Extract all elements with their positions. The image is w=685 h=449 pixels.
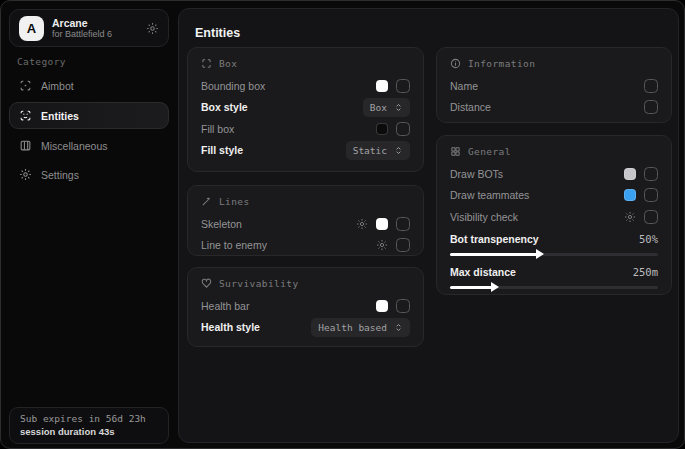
gear-icon[interactable] bbox=[146, 22, 159, 35]
app-window: A Arcane for Battlefield 6 Category bbox=[0, 0, 685, 449]
subscription-card: Sub expires in 56d 23h session duration … bbox=[9, 407, 169, 444]
card-title: Lines bbox=[219, 196, 250, 207]
main-panel: Entities Box Bounding box Box style bbox=[178, 8, 679, 443]
row-settings-gear-icon[interactable] bbox=[624, 211, 636, 223]
info-icon bbox=[450, 58, 461, 69]
max-distance-slider[interactable] bbox=[450, 286, 658, 289]
card-title: General bbox=[468, 146, 511, 157]
color-swatch[interactable] bbox=[376, 218, 388, 230]
card-survivability: Survivability Health bar Health style He… bbox=[187, 267, 424, 347]
setting-row-bounding-box: Bounding box bbox=[201, 75, 410, 97]
draw-teammates-checkbox[interactable] bbox=[644, 188, 658, 202]
row-label: Health bar bbox=[201, 300, 249, 312]
sidebar-item-label: Aimbot bbox=[41, 80, 74, 92]
color-swatch[interactable] bbox=[624, 168, 636, 180]
sidebar-item-settings[interactable]: Settings bbox=[9, 162, 169, 187]
category-label: Category bbox=[17, 56, 66, 67]
chevrons-up-down-icon bbox=[394, 323, 403, 332]
session-duration-text: session duration 43s bbox=[20, 426, 158, 437]
setting-row-box-style: Box style Box bbox=[201, 97, 410, 119]
card-box-header: Box bbox=[201, 58, 410, 69]
sidebar-item-label: Entities bbox=[41, 110, 79, 122]
card-title: Box bbox=[219, 58, 237, 69]
sidebar-nav: Aimbot Entities bbox=[9, 73, 169, 191]
box-corners-icon bbox=[201, 58, 212, 69]
setting-row-fill-box: Fill box bbox=[201, 118, 410, 140]
skeleton-checkbox[interactable] bbox=[396, 217, 410, 231]
chevrons-up-down-icon bbox=[394, 146, 403, 155]
sidebar-item-aimbot[interactable]: Aimbot bbox=[9, 73, 169, 98]
app-subtitle: for Battlefield 6 bbox=[52, 29, 138, 39]
line-to-enemy-checkbox[interactable] bbox=[396, 238, 410, 252]
row-label: Visibility check bbox=[450, 211, 518, 223]
card-title: Survivability bbox=[219, 278, 299, 289]
setting-row-draw-teammates: Draw teammates bbox=[450, 185, 658, 207]
slider-fill bbox=[450, 253, 537, 256]
bot-transparency-slider[interactable] bbox=[450, 253, 658, 256]
dropdown-value: Health based bbox=[318, 322, 387, 333]
setting-row-health-bar: Health bar bbox=[201, 295, 410, 317]
visibility-check-checkbox[interactable] bbox=[644, 210, 658, 224]
heart-pulse-icon bbox=[201, 278, 212, 289]
card-title: Information bbox=[468, 58, 535, 69]
health-bar-checkbox[interactable] bbox=[396, 299, 410, 313]
setting-row-fill-style: Fill style Static bbox=[201, 140, 410, 162]
health-style-dropdown[interactable]: Health based bbox=[311, 318, 410, 337]
bot-transparency-slider-block: Bot transpenency 50% bbox=[450, 230, 658, 256]
setting-row-draw-bots: Draw BOTs bbox=[450, 163, 658, 185]
row-label: Draw teammates bbox=[450, 189, 529, 201]
color-swatch[interactable] bbox=[624, 189, 636, 201]
row-label: Box style bbox=[201, 101, 248, 113]
color-swatch[interactable] bbox=[376, 80, 388, 92]
gear-icon bbox=[19, 168, 32, 181]
card-information: Information Name Distance bbox=[436, 47, 672, 123]
sidebar-item-label: Settings bbox=[41, 169, 79, 181]
card-general: General Draw BOTs Draw teammates Visibil… bbox=[436, 135, 672, 295]
sub-expires-text: Sub expires in 56d 23h bbox=[20, 413, 158, 424]
row-settings-gear-icon[interactable] bbox=[376, 239, 388, 251]
layout-grid-icon bbox=[450, 146, 461, 157]
sidebar-item-miscellaneous[interactable]: Miscellaneous bbox=[9, 133, 169, 158]
draw-bots-checkbox[interactable] bbox=[644, 167, 658, 181]
card-box: Box Bounding box Box style Box bbox=[187, 47, 424, 172]
columns-icon bbox=[19, 139, 32, 152]
slider-value: 50% bbox=[639, 233, 658, 245]
app-title: Arcane bbox=[52, 17, 138, 29]
card-lines-header: Lines bbox=[201, 196, 410, 207]
card-information-header: Information bbox=[450, 58, 658, 69]
sidebar: A Arcane for Battlefield 6 Category bbox=[1, 1, 178, 448]
card-general-header: General bbox=[450, 146, 658, 157]
slider-label: Bot transpenency bbox=[450, 233, 539, 245]
dropdown-value: Box bbox=[370, 102, 387, 113]
box-style-dropdown[interactable]: Box bbox=[363, 98, 410, 117]
row-label: Line to enemy bbox=[201, 239, 267, 251]
bounding-box-checkbox[interactable] bbox=[396, 79, 410, 93]
sidebar-item-entities[interactable]: Entities bbox=[9, 102, 169, 129]
card-survivability-header: Survivability bbox=[201, 278, 410, 289]
distance-checkbox[interactable] bbox=[644, 100, 658, 114]
row-label: Draw BOTs bbox=[450, 168, 503, 180]
slider-label: Max distance bbox=[450, 266, 516, 278]
row-label: Fill style bbox=[201, 144, 243, 156]
sidebar-item-label: Miscellaneous bbox=[41, 140, 108, 152]
crosshair-icon bbox=[19, 79, 32, 92]
setting-row-visibility-check: Visibility check bbox=[450, 206, 658, 228]
row-settings-gear-icon[interactable] bbox=[356, 218, 368, 230]
app-logo: A bbox=[19, 16, 44, 41]
dropdown-value: Static bbox=[353, 145, 387, 156]
fill-style-dropdown[interactable]: Static bbox=[346, 141, 410, 160]
fill-box-checkbox[interactable] bbox=[396, 122, 410, 136]
row-label: Bounding box bbox=[201, 80, 265, 92]
row-label: Distance bbox=[450, 101, 491, 113]
row-label: Skeleton bbox=[201, 218, 242, 230]
slider-fill bbox=[450, 286, 492, 289]
color-swatch[interactable] bbox=[376, 123, 388, 135]
name-checkbox[interactable] bbox=[644, 79, 658, 93]
color-swatch[interactable] bbox=[376, 300, 388, 312]
setting-row-health-style: Health style Health based bbox=[201, 317, 410, 339]
setting-row-distance: Distance bbox=[450, 97, 658, 119]
setting-row-name: Name bbox=[450, 75, 658, 97]
app-header-text: Arcane for Battlefield 6 bbox=[52, 17, 138, 39]
scan-face-icon bbox=[19, 109, 32, 122]
pencil-line-icon bbox=[201, 196, 212, 207]
